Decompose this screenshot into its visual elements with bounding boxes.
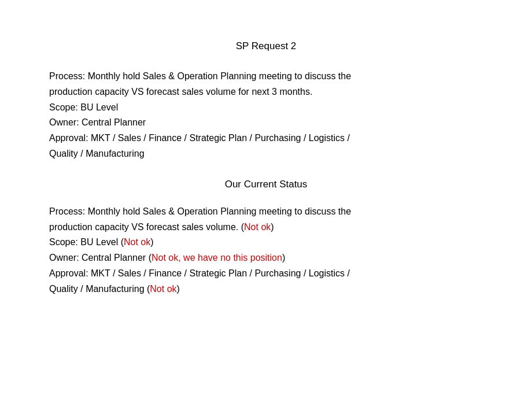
current-owner-not-ok: Not ok, we have no this position [152,253,282,263]
current-scope-line: Scope: BU Level (Not ok) [49,235,483,250]
current-status-title: Our Current Status [49,179,483,190]
current-approval-line2-after: ) [177,284,180,294]
process-line-1: Process: Monthly hold Sales & Operation … [49,69,483,84]
current-approval-line-1: Approval: MKT / Sales / Finance / Strate… [49,267,483,281]
current-scope-not-ok: Not ok [124,237,150,247]
current-process-line-2: production capacity VS forecast sales vo… [49,220,483,235]
scope-line: Scope: BU Level [49,101,483,115]
approval-line-1: Approval: MKT / Sales / Finance / Strate… [49,131,483,146]
page-title: SP Request 2 [49,40,483,52]
page-container: SP Request 2 Process: Monthly hold Sales… [0,0,532,399]
current-owner-line: Owner: Central Planner (Not ok, we have … [49,251,483,265]
owner-line: Owner: Central Planner [49,116,483,130]
current-owner-before: Owner: Central Planner ( [49,253,152,263]
current-approval-line-2: Quality / Manufacturing (Not ok) [49,282,483,297]
current-owner-after: ) [282,253,285,263]
section-2: Process: Monthly hold Sales & Operation … [49,205,483,297]
current-approval-line2-before: Quality / Manufacturing ( [49,284,150,294]
approval-line-2: Quality / Manufacturing [49,147,483,161]
current-process-line2-before: production capacity VS forecast sales vo… [49,222,244,232]
section-1: Process: Monthly hold Sales & Operation … [49,69,483,161]
current-scope-after: ) [150,237,153,247]
current-process-not-ok: Not ok [244,222,271,232]
current-scope-before: Scope: BU Level ( [49,237,124,247]
process-line-2: production capacity VS forecast sales vo… [49,85,483,99]
current-process-line-1: Process: Monthly hold Sales & Operation … [49,205,483,219]
current-approval-not-ok: Not ok [150,284,176,294]
current-process-line2-after: ) [271,222,274,232]
